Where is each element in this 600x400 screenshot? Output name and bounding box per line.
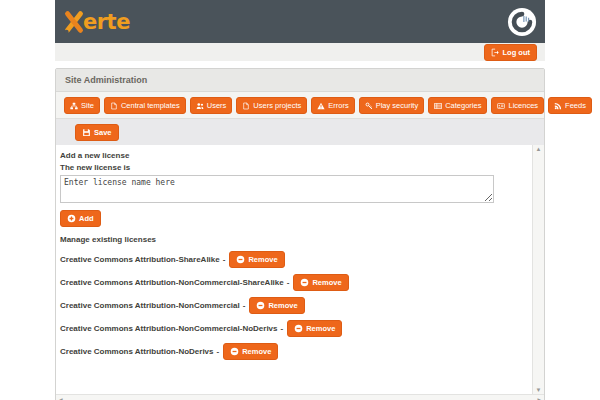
scroll-up-button[interactable]: ▲ [536,146,542,152]
license-name: Creative Commons Attribution-NonCommerci… [60,278,284,287]
license-name: Creative Commons Attribution-NonCommerci… [60,301,240,310]
logout-label: Log out [503,48,531,57]
tab-categories[interactable]: Categories [428,97,487,114]
license-row: Creative Commons Attribution-NonCommerci… [60,297,520,314]
content-area: Add a new license The new license is Ent… [56,145,544,394]
remove-button[interactable]: Remove [223,343,278,360]
remove-button[interactable]: Remove [287,320,342,337]
logout-icon [491,48,500,57]
logout-strip: Log out [55,43,545,61]
tab-central-templates[interactable]: Central templates [104,97,186,114]
apereo-circle-logo [507,7,537,37]
add-license-heading: Add a new license [60,151,520,160]
license-list: Creative Commons Attribution-ShareAlike … [60,251,520,360]
tab-users-projects[interactable]: Users projects [236,97,307,114]
brand-text: erte [83,10,130,34]
tab-licences[interactable]: Licences [491,97,544,114]
card-icon [497,102,505,110]
minus-circle-icon [300,278,309,287]
minus-circle-icon [236,255,245,264]
license-separator: - [243,301,246,310]
license-separator: - [287,278,290,287]
save-label: Save [94,128,112,137]
manage-licenses-heading: Manage existing licenses [60,235,520,244]
admin-panel: Site Administration Site Central templat… [55,68,545,400]
license-separator: - [223,255,226,264]
add-label: Add [79,214,94,223]
tab-play-security[interactable]: Play security [359,97,425,114]
warning-icon [317,102,325,110]
scroll-right-button[interactable]: ▶ [537,397,542,400]
add-button[interactable]: Add [60,210,101,227]
save-toolbar: Save [56,118,544,145]
remove-button[interactable]: Remove [293,274,348,291]
tab-site[interactable]: Site [64,97,100,114]
rss-icon [554,102,562,110]
license-input-label: The new license is [60,163,520,172]
license-name-textarea[interactable]: Enter license name here [60,175,494,203]
scroll-left-button[interactable]: ◀ [58,397,63,400]
logout-button[interactable]: Log out [484,44,538,61]
license-row: Creative Commons Attribution-ShareAlike … [60,251,520,268]
app-header: erte [55,0,545,43]
minus-circle-icon [294,324,303,333]
xerte-logo: erte [61,7,130,37]
horizontal-scrollbar[interactable]: ◀ ▶ [56,394,544,400]
spacer [55,61,545,68]
vertical-scrollbar[interactable]: ▲ ▼ [532,145,544,394]
remove-button[interactable]: Remove [229,251,284,268]
page-container: erte Log out Site Administration S [55,0,545,400]
tab-users[interactable]: Users [190,97,233,114]
license-row: Creative Commons Attribution-NoDerivs - … [60,343,520,360]
license-name: Creative Commons Attribution-NoDerivs [60,347,214,356]
save-button[interactable]: Save [75,124,119,141]
table-icon [434,102,442,110]
file-icon [110,102,118,110]
scroll-down-button[interactable]: ▼ [536,387,542,393]
license-separator: - [281,324,284,333]
save-icon [82,128,91,137]
tab-feeds[interactable]: Feeds [548,97,592,114]
license-row: Creative Commons Attribution-NonCommerci… [60,274,520,291]
page-title: Site Administration [56,69,544,92]
minus-circle-icon [256,301,265,310]
tab-bar: Site Central templates Users Users proje… [56,92,544,118]
sitemap-icon [70,102,78,110]
tab-errors[interactable]: Errors [311,97,354,114]
key-icon [365,102,373,110]
minus-circle-icon [230,347,239,356]
license-name: Creative Commons Attribution-ShareAlike [60,255,220,264]
remove-button[interactable]: Remove [249,297,304,314]
license-name: Creative Commons Attribution-NonCommerci… [60,324,278,333]
license-separator: - [217,347,220,356]
file-icon [242,102,250,110]
plus-circle-icon [67,214,76,223]
users-icon [196,102,204,110]
license-row: Creative Commons Attribution-NonCommerci… [60,320,520,337]
